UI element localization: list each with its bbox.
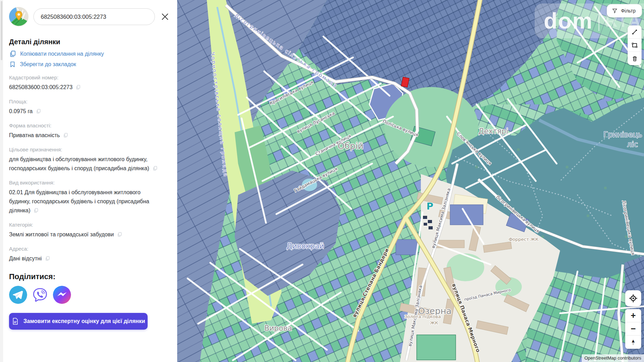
measure-tool-button[interactable]: [628, 25, 642, 39]
watermark-dom: dom: [544, 8, 593, 34]
map-tools: [628, 25, 642, 65]
map-canvas[interactable]: Лісогринівецька сільська громада Чорноос…: [177, 0, 644, 362]
field-ownership: Форма власності: Приватна власність: [9, 123, 170, 140]
place-label: Обрій: [338, 141, 363, 151]
field-purpose: Цільове призначення: для будівництва і о…: [9, 147, 170, 173]
locate-crosshair-icon: [629, 294, 638, 303]
tilt-toggle-button[interactable]: ▲ ▼: [625, 336, 641, 349]
zoom-out-button[interactable]: −: [625, 322, 641, 336]
forest-label: Гринівець: [603, 131, 642, 139]
parcel-details-panel: Деталі ділянки Копіювати посилання на ді…: [0, 0, 177, 362]
copy-value-icon[interactable]: [152, 166, 158, 171]
messenger-icon[interactable]: [53, 286, 71, 304]
search-input[interactable]: [33, 8, 155, 25]
parking-icon: P: [426, 201, 433, 212]
telegram-icon[interactable]: [9, 286, 27, 304]
copy-value-icon[interactable]: [76, 85, 81, 90]
place-label: Дехтярі: [478, 127, 508, 135]
measure-ruler-icon: [631, 29, 638, 36]
close-icon: [161, 13, 169, 21]
copy-value-icon[interactable]: [117, 232, 122, 237]
copy-parcel-link-label: Копіювати посилання на ділянку: [20, 51, 104, 57]
field-area: Площа: 0.0975 га: [9, 99, 170, 116]
share-buttons: [9, 286, 170, 304]
tilt-down-icon: ▼: [631, 343, 635, 345]
order-expert-valuation-button[interactable]: Замовити експертну оцінку для цієї ділян…: [9, 313, 148, 330]
field-category: Категорія: Землі житлової та громадської…: [9, 222, 170, 239]
copy-parcel-link[interactable]: Копіювати посилання на ділянку: [9, 50, 170, 57]
page-title: Деталі ділянки: [9, 38, 170, 46]
zoom-controls: + − ▲ ▼: [625, 309, 641, 349]
trash-icon: [631, 55, 638, 62]
order-expert-valuation-label: Замовити експертну оцінку для цієї ділян…: [23, 318, 145, 324]
copy-value-icon[interactable]: [63, 133, 68, 138]
locate-me-button[interactable]: [625, 290, 641, 306]
save-bookmark[interactable]: Зберегти до закладок: [9, 61, 170, 68]
save-bookmark-label: Зберегти до закладок: [20, 61, 76, 68]
watermark-divider: [598, 11, 599, 31]
bookmark-icon: [9, 61, 16, 68]
forest-label: ліс: [627, 140, 638, 149]
document-icon: [11, 317, 19, 325]
cadastral-map-app: Деталі ділянки Копіювати посилання на ді…: [0, 0, 644, 362]
basemap: Лісогринівецька сільська громада Чорноос…: [177, 0, 644, 362]
poi-label: ЖК: [430, 320, 438, 325]
copy-value-icon[interactable]: [36, 109, 41, 114]
draw-rectangle-icon: [631, 42, 638, 49]
share-title: Поділитися:: [9, 272, 170, 281]
scrollbar-thumb[interactable]: [1, 1, 2, 60]
funnel-icon: [612, 8, 618, 14]
close-panel-button[interactable]: [160, 11, 170, 22]
field-cadastral-number: Кадастровий номер: 6825083600:03:005:227…: [9, 74, 170, 92]
filter-label: Фільтр: [621, 8, 636, 14]
delete-tool-button[interactable]: [628, 52, 642, 65]
field-address: Адреса: Дані відсутні: [9, 246, 170, 263]
viber-icon[interactable]: [31, 286, 49, 304]
place-label: Дивокрай: [286, 242, 324, 250]
map-attribution: OpenStreetMap contributors: [582, 354, 644, 362]
filter-button[interactable]: Фільтр: [607, 4, 642, 17]
search-bar: [9, 7, 170, 26]
scrollbar[interactable]: [0, 0, 3, 362]
poi-label: Форрест ЖК: [509, 237, 539, 242]
poi-label: Золота підкова: [405, 314, 441, 319]
copy-value-icon[interactable]: [45, 256, 50, 261]
copy-value-icon[interactable]: [33, 208, 39, 213]
field-usage-type: Вид використання: 02.01 Для будівництва …: [9, 180, 170, 215]
zoom-in-button[interactable]: +: [625, 309, 641, 322]
draw-area-tool-button[interactable]: [628, 39, 642, 52]
copy-link-icon: [9, 50, 16, 57]
place-label: Вирова: [264, 324, 292, 332]
map-logo-icon: [9, 7, 29, 26]
